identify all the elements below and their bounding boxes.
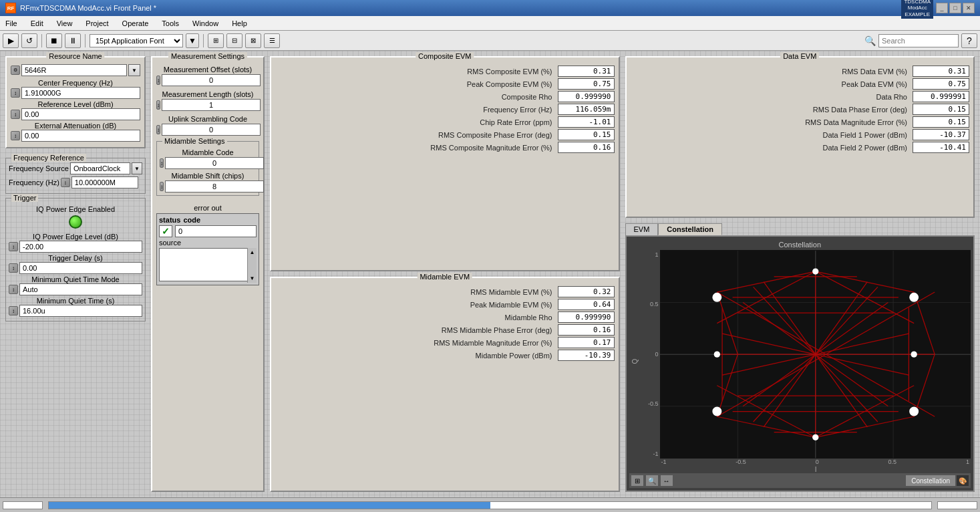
menu-file[interactable]: File <box>3 19 20 28</box>
composite-evm-panel: Composite EVM RMS Composite EVM (%) 0.31… <box>270 56 620 271</box>
scramble-input[interactable] <box>162 124 261 136</box>
right-column: Data EVM RMS Data EVM (%) 0.31 Peak Data… <box>625 56 975 492</box>
help-button[interactable]: ? <box>961 33 977 48</box>
table-row: RMS Composite Magnitude Error (%) 0.16 <box>275 142 615 153</box>
mid-shift-icon: ↕ <box>160 182 164 191</box>
scrollbar-h-left[interactable] <box>3 501 43 509</box>
menu-project[interactable]: Project <box>83 19 111 28</box>
y-tick-2: 0.5 <box>643 301 659 307</box>
center-freq-label: Center Frequency (Hz) <box>11 79 140 87</box>
svg-point-42 <box>713 407 721 415</box>
iq-power-led[interactable] <box>69 215 82 229</box>
align-button[interactable]: ⊞ <box>208 33 224 48</box>
distribute-button[interactable]: ⊟ <box>226 33 242 48</box>
x-tick-3: 0 <box>816 459 819 465</box>
toolbar-right: 🔍 ? <box>864 33 977 48</box>
row-label: RMS Composite Magnitude Error (%) <box>275 144 558 152</box>
row-value: 0.32 <box>558 286 615 297</box>
scroll-down-btn[interactable]: ▼ <box>250 275 255 281</box>
tabs-panel: EVM Constellation Constellation Q <box>625 223 975 492</box>
svg-point-40 <box>713 293 721 301</box>
mid-code-icon: ↕ <box>160 158 164 168</box>
length-input[interactable] <box>162 99 261 111</box>
code-text: 0 <box>178 227 182 235</box>
midamble-shift-label: Midamble Shift (chips) <box>160 172 256 180</box>
trigger-delay-input[interactable] <box>19 262 142 274</box>
chart-row: 1 0.5 0 -0.5 -1 <box>641 250 971 459</box>
menu-window[interactable]: Window <box>190 19 221 28</box>
row-label: Peak Composite EVM (%) <box>275 80 558 88</box>
meas-settings-title: Measurement Settings <box>168 52 247 60</box>
resource-name-input[interactable] <box>21 64 127 76</box>
close-button[interactable]: ✕ <box>963 3 975 13</box>
pause-button[interactable]: ⏸ <box>65 33 81 48</box>
freq-hz-input[interactable] <box>71 176 138 188</box>
iq-level-input[interactable] <box>19 241 142 253</box>
freq-hz-label: Frequency (Hz) <box>9 178 59 186</box>
table-row: RMS Midamble EVM (%) 0.32 <box>275 286 615 297</box>
abort-button[interactable]: ⏹ <box>46 33 62 48</box>
resize-button[interactable]: ⊠ <box>245 33 261 48</box>
meas-offset-label: Measurement Offset (slots) <box>156 66 259 74</box>
row-label: Peak Data EVM (%) <box>631 80 913 88</box>
menu-help[interactable]: Help <box>229 19 250 28</box>
logo-line3: EXAMPLE <box>905 11 930 18</box>
menu-edit[interactable]: Edit <box>28 19 46 28</box>
freq-ref-title: Frequency Reference <box>11 154 86 162</box>
constellation-svg <box>660 250 971 459</box>
menu-tools[interactable]: Tools <box>159 19 182 28</box>
source-textarea[interactable] <box>159 248 257 281</box>
tab-evm[interactable]: EVM <box>625 223 659 235</box>
logo-line2: ModAcc <box>908 5 927 11</box>
minimize-button[interactable]: _ <box>936 3 948 13</box>
middle-column: Composite EVM RMS Composite EVM (%) 0.31… <box>270 56 620 492</box>
table-row: RMS Data Phase Error (deg) 0.15 <box>631 104 970 115</box>
separator-1 <box>41 34 42 47</box>
table-row: Data Rho 0.999991 <box>631 91 970 102</box>
ext-atten-input[interactable] <box>21 130 140 142</box>
menu-operate[interactable]: Operate <box>120 19 152 28</box>
resource-dropdown-button[interactable]: ▼ <box>128 64 140 76</box>
freq-source-dropdown[interactable]: ▼ <box>132 162 142 174</box>
freq-source-input[interactable] <box>70 162 130 174</box>
center-freq-input[interactable] <box>21 87 140 99</box>
ref-level-label: Reference Level (dBm) <box>11 100 140 108</box>
midamble-code-input[interactable] <box>165 157 264 169</box>
scroll-up-btn[interactable]: ▲ <box>250 249 255 255</box>
row-value: 0.15 <box>913 116 969 128</box>
scramble-icon: ↕ <box>156 125 160 134</box>
offset-input[interactable] <box>162 74 261 86</box>
row-label: RMS Data EVM (%) <box>631 68 913 76</box>
app-icon: RF <box>5 3 16 13</box>
font-selector[interactable]: 15pt Application Font <box>90 34 183 47</box>
status-col-label: status <box>159 216 180 224</box>
chart-zoom-btn[interactable]: 🔍 <box>645 475 659 487</box>
title-bar: RF RFmxTDSCDMA ModAcc.vi Front Panel * T… <box>0 0 980 16</box>
maximize-button[interactable]: □ <box>949 3 961 13</box>
search-input[interactable] <box>878 34 959 47</box>
run-continuous-button[interactable]: ↺ <box>21 33 37 48</box>
chart-grid-btn[interactable]: ⊞ <box>631 475 644 487</box>
y-tick-5: -1 <box>643 451 659 457</box>
menu-view[interactable]: View <box>54 19 75 28</box>
tab-constellation[interactable]: Constellation <box>658 223 722 235</box>
chart-color-btn[interactable]: 🎨 <box>956 475 969 487</box>
min-quiet-input[interactable] <box>19 283 142 295</box>
order-button[interactable]: ☰ <box>264 33 280 48</box>
run-arrow-button[interactable]: ▶ <box>3 33 19 48</box>
separator-3 <box>203 34 204 47</box>
row-label: Data Rho <box>631 93 913 101</box>
data-evm-rows: RMS Data EVM (%) 0.31 Peak Data EVM (%) … <box>631 66 970 153</box>
svg-point-43 <box>909 407 917 415</box>
logo: TDSCDMA ModAcc EXAMPLE <box>901 0 933 19</box>
row-label: RMS Midamble Phase Error (deg) <box>275 326 558 334</box>
scrollbar-h-right[interactable] <box>937 501 977 509</box>
chart-pan-btn[interactable]: ↔ <box>660 475 673 487</box>
iq-power-label: IQ Power Edge Enabled <box>9 205 142 213</box>
row-label: Composite Rho <box>275 93 558 101</box>
midamble-shift-input[interactable] <box>165 180 264 193</box>
offset-icon: ↕ <box>156 76 160 85</box>
font-size-button[interactable]: ▼ <box>186 33 199 48</box>
ref-level-input[interactable] <box>21 108 140 120</box>
min-quiet-time-input[interactable] <box>19 305 142 317</box>
